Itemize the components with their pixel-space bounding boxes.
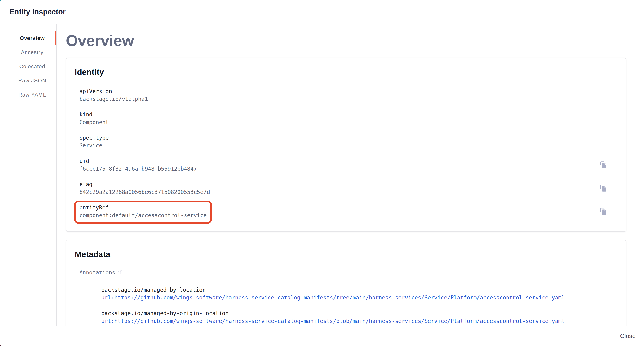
field-value: Service — [80, 142, 109, 149]
field-row: apiVersion backstage.io/v1alpha1 — [80, 87, 608, 103]
dialog-header: Entity Inspector — [0, 0, 644, 25]
dialog-footer: Close — [0, 326, 644, 346]
field-label: apiVersion — [80, 87, 148, 95]
sidebar-item-label: Overview — [20, 35, 45, 41]
field: uid f6cce175-8f32-4a6a-b948-b55912eb4847 — [80, 157, 197, 173]
field: kind Component — [80, 111, 109, 126]
sidebar-item[interactable]: Overview — [0, 31, 56, 45]
field-row: kind Component — [80, 111, 608, 126]
field-label: kind — [80, 111, 109, 118]
sidebar-nav: Overview Ancestry Colocated Raw JSON Raw… — [0, 25, 56, 326]
copy-icon — [599, 184, 608, 193]
annotation-key: backstage.io/managed-by-origin-location — [101, 309, 614, 317]
annotation-key: backstage.io/managed-by-location — [101, 286, 614, 294]
field: apiVersion backstage.io/v1alpha1 — [80, 87, 148, 103]
field-value: component:default/accesscontrol-service — [80, 212, 206, 219]
field-label: uid — [80, 157, 197, 165]
annotations-label: Annotations — [80, 269, 115, 277]
copy-button[interactable] — [599, 207, 608, 216]
annotation-link[interactable]: url:https://github.com/wings-software/ha… — [101, 294, 565, 302]
screenshot-corner-artifact-bottom-left — [0, 345, 1, 346]
field-row: uid f6cce175-8f32-4a6a-b948-b55912eb4847 — [80, 157, 608, 173]
dialog-title: Entity Inspector — [10, 8, 66, 16]
page-title: Overview — [66, 33, 644, 49]
annotation-row: backstage.io/managed-by-origin-location … — [101, 309, 614, 325]
copy-icon — [599, 207, 608, 216]
metadata-card: Metadata Annotations backstage.io/manage… — [66, 240, 626, 326]
sidebar-item[interactable]: Ancestry — [0, 45, 56, 60]
annotation-link[interactable]: url:https://github.com/wings-software/ha… — [101, 317, 565, 325]
sidebar-item-label: Raw YAML — [18, 92, 46, 98]
sidebar-item-label: Ancestry — [21, 50, 43, 56]
field-row: spec.type Service — [80, 134, 608, 149]
field: spec.type Service — [80, 134, 109, 149]
field: etag 842c29a2a12268a0056be6c371508200553… — [80, 181, 210, 196]
copy-button[interactable] — [599, 184, 608, 193]
metadata-card-title: Metadata — [66, 240, 626, 259]
field-value: Component — [80, 118, 109, 126]
sidebar-item-label: Colocated — [19, 64, 45, 70]
sidebar-item-label: Raw JSON — [18, 78, 46, 84]
content-area: Overview Identity apiVersion backstage.i… — [56, 25, 644, 326]
sidebar-item[interactable]: Raw YAML — [0, 88, 56, 102]
identity-card-title: Identity — [66, 58, 626, 77]
copy-button[interactable] — [599, 161, 608, 169]
field-label: spec.type — [80, 134, 109, 142]
help-icon[interactable] — [118, 269, 122, 274]
screenshot-corner-artifact-top-left — [0, 0, 1, 1]
annotation-row: backstage.io/managed-by-location url:htt… — [101, 286, 614, 302]
field-row: entityRef component:default/accesscontro… — [80, 204, 608, 219]
annotations-header: Annotations — [80, 269, 626, 277]
entity-inspector-dialog: Entity Inspector Overview Ancestry Coloc… — [0, 0, 644, 346]
identity-card: Identity apiVersion backstage.io/v1alpha… — [66, 58, 626, 232]
field: entityRef component:default/accesscontro… — [80, 204, 206, 219]
copy-icon — [599, 161, 608, 169]
annotations-list: backstage.io/managed-by-location url:htt… — [101, 286, 614, 325]
sidebar-item[interactable]: Raw JSON — [0, 74, 56, 88]
field-label: etag — [80, 181, 210, 188]
close-button[interactable]: Close — [619, 331, 636, 341]
identity-fields: apiVersion backstage.io/v1alpha1 kind Co… — [80, 87, 608, 219]
field-value: f6cce175-8f32-4a6a-b948-b55912eb4847 — [80, 165, 197, 173]
field-value: 842c29a2a12268a0056be6c371508200553c5e7d — [80, 188, 210, 196]
sidebar-item[interactable]: Colocated — [0, 60, 56, 74]
field-row: etag 842c29a2a12268a0056be6c371508200553… — [80, 181, 608, 196]
field-label: entityRef — [80, 204, 206, 212]
field-value: backstage.io/v1alpha1 — [80, 95, 148, 103]
